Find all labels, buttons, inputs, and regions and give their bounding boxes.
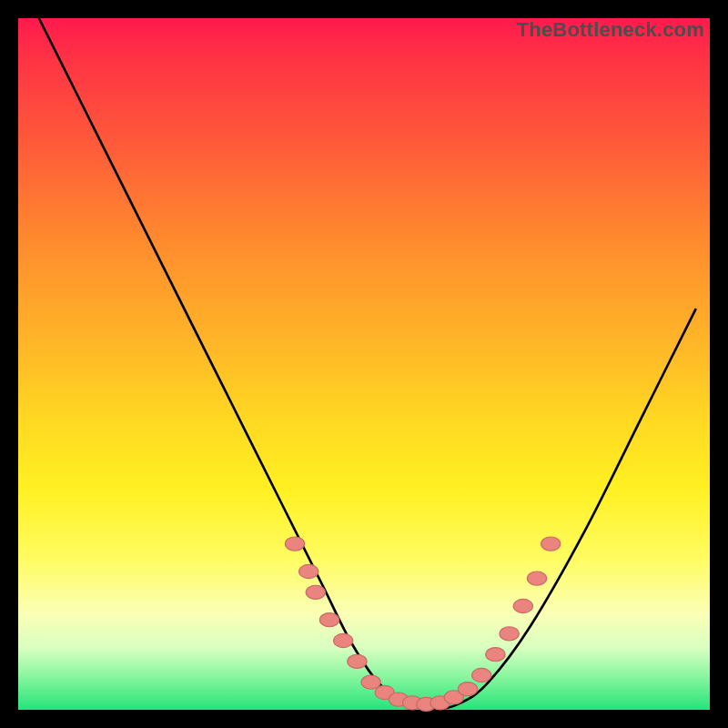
data-marker [348, 654, 367, 668]
data-marker [541, 537, 561, 551]
marker-group [285, 537, 560, 712]
data-marker [306, 585, 325, 599]
data-marker [285, 537, 304, 551]
data-marker [486, 648, 505, 662]
data-marker [299, 564, 318, 578]
data-marker [500, 627, 519, 641]
bottleneck-curve [39, 18, 696, 710]
curve-svg [18, 18, 710, 710]
chart-stage: TheBottleneck.com [0, 0, 728, 728]
data-marker [472, 668, 491, 682]
data-marker [361, 675, 380, 689]
plot-area: TheBottleneck.com [18, 18, 710, 710]
data-marker [319, 613, 339, 627]
data-marker [527, 571, 546, 585]
data-marker [334, 633, 353, 647]
data-marker [458, 682, 477, 696]
data-marker [513, 599, 532, 612]
